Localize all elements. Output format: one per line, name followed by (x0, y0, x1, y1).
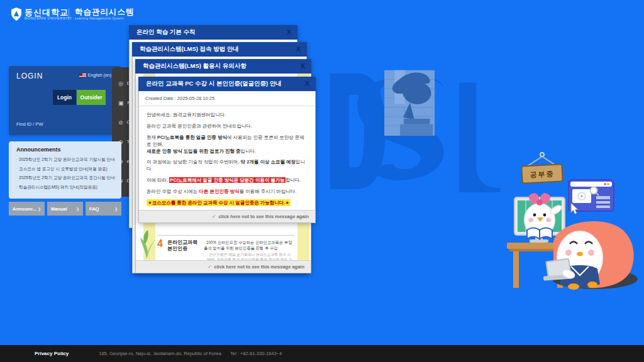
close-icon[interactable]: X (296, 46, 301, 53)
tel-text: Tel : +82-61-330-1643~4 (230, 351, 282, 356)
announcement-link[interactable]: 2025학년도 2학기 교양 온라인교과목 중간시험 안내 (16, 175, 116, 181)
notice-paragraph: 현재 PC/노트북을 통한 얼굴 인증 방식에 사용되는 인증 토큰의 보안상 … (147, 134, 308, 155)
announcement-link[interactable]: 2025학년도 2학기 교양 온라인교과목 기말시험 안내 (16, 157, 116, 163)
check-icon: ✓ (212, 214, 216, 219)
notice-paragraph: 이 과정에는 상당한 기술적 작업이 수반되어, 약 2개월 이상 소요될 예정… (147, 159, 308, 173)
announcements-title: Announcements (16, 146, 116, 153)
faq-button[interactable]: FAQ❯ (86, 202, 121, 216)
letter-U (459, 82, 500, 192)
manual-button[interactable]: Manual❯ (47, 202, 83, 216)
laptop-duck (543, 231, 602, 290)
lms-main-page: 동신대학교 DONGSHIN UNIVERSITY 학습관리시스템 Learni… (0, 0, 644, 362)
item-number: 4 (157, 238, 167, 260)
find-id-pw-link[interactable]: Find ID / PW (16, 121, 43, 127)
close-icon[interactable]: X (301, 63, 305, 70)
notice-paragraph: 이에 따라, PC/노트북에서 얼굴 인증 방식은 당분간 이용이 불가능합니다… (147, 177, 308, 184)
announcement-link[interactable]: 코스모스 앱 로그인 시 오류발생 안내(해결 완료) (16, 167, 116, 172)
login-button[interactable]: Login (53, 90, 76, 105)
created-date: Created Date : 2025-05-28 10:25 (139, 91, 315, 106)
popup-title: 온라인 교과목 PC 수강 시 본인인증(얼굴인증) 안내 (146, 80, 282, 88)
dismiss-popup-row[interactable]: ✓ click here not to see this message aga… (136, 260, 311, 273)
announcement-link[interactable]: 학습관리시스템(LMS) 패치 안내(작업완료) (16, 185, 116, 190)
item-text: 100% 온라인으로 수강되는 온라인교과목은 부정출석 방지를 위한 본인인증… (204, 239, 294, 251)
close-icon[interactable]: X (287, 29, 291, 36)
eagle-statue-image (384, 70, 435, 136)
site-subtitle: Learning Managements System (75, 16, 124, 20)
university-logo-icon (11, 8, 21, 21)
login-title: LOGIN (16, 72, 43, 80)
popup-title: 온라인 학습 기본 수칙 (136, 28, 195, 36)
privacy-policy-link[interactable]: Privacy Policy (35, 351, 69, 356)
popup-face-authentication-notice: 온라인 교과목 PC 수강 시 본인인증(얼굴인증) 안내X Created D… (138, 77, 316, 223)
login-panel: LOGIN English (en) ▼ Login Outsider Find… (9, 66, 121, 135)
shortcut-button-row: Announc...❯ Manual❯ FAQ❯ (9, 202, 121, 216)
mascot-illustration: 공부중 (507, 146, 640, 292)
item-label: 온라인교과목 본인인증 (167, 238, 204, 260)
precaution-item-4: 4 온라인교과목 본인인증 100% 온라인으로 수강되는 온라인교과목은 부정… (157, 235, 294, 260)
close-icon[interactable]: X (305, 80, 309, 87)
header-divider (69, 8, 69, 20)
us-flag-icon (79, 73, 86, 77)
chevron-right-icon: ❯ (114, 207, 118, 211)
yellow-highlight-text: ★코스모스를 통한 온라인 교과목 수강 시 얼굴인증은 가능합니다.★ (147, 199, 291, 206)
notice-paragraph: 안녕하세요. 원격교육지원센터입니다. (147, 112, 308, 119)
dismiss-popup-row[interactable]: ✓ click here not to see this message aga… (139, 210, 315, 222)
address-text: 185, Geonjae-ro, Naju-si, Jeollanam-do, … (99, 351, 221, 356)
study-sign: 공부중 (521, 153, 562, 184)
check-circle-icon: ◎ (118, 80, 123, 87)
plant-illustration (138, 230, 157, 259)
dismiss-label: click here not to see this message again (214, 264, 304, 270)
top-header: 동신대학교 DONGSHIN UNIVERSITY 학습관리시스템 Learni… (0, 0, 644, 24)
outsider-button[interactable]: Outsider (77, 90, 106, 105)
notice-body: 안녕하세요. 원격교육지원센터입니다. 온라인 교과목 본인인증과 관련하여 안… (139, 106, 315, 217)
study-sign-text: 공부중 (530, 170, 555, 178)
notice-paragraph: 온라인 수업 수강 시에는 다른 본인인증 방식을 이용해 주시기 바랍니다. (147, 189, 308, 195)
university-name-en: DONGSHIN UNIVERSITY (25, 16, 72, 20)
language-selector[interactable]: English (en) ▼ (79, 73, 116, 77)
red-highlight-text: PC/노트북에서 얼굴 인증 방식은 당분간 이용이 불가능 (169, 177, 286, 183)
link-icon: ⊘ (118, 119, 123, 126)
popup-title: 학습관리시스템(LMS) 활용시 유의사항 (143, 62, 247, 70)
chevron-right-icon: ❯ (76, 207, 79, 211)
dismiss-label: click here not to see this message again (219, 214, 309, 219)
chevron-right-icon: ❯ (38, 207, 41, 211)
check-icon: ✓ (208, 264, 212, 270)
page-footer: Privacy Policy 185, Geonjae-ro, Naju-si,… (0, 345, 644, 362)
notice-paragraph: 온라인 교과목 본인인증과 관련하여 안내드립니다. (147, 123, 308, 130)
popup-title: 학습관리시스템(LMS) 접속 방법 안내 (140, 45, 239, 53)
announcement-button[interactable]: Announc...❯ (9, 202, 45, 216)
device-icon: ▣ (118, 100, 124, 106)
browser-window-illustration (569, 180, 614, 211)
language-label: English (en) (88, 73, 111, 77)
announcements-panel: Announcements 2025학년도 2학기 교양 온라인교과목 기말시험… (9, 141, 121, 199)
notice-paragraph: ★코스모스를 통한 온라인 교과목 수강 시 얼굴인증은 가능합니다.★ (147, 200, 308, 207)
